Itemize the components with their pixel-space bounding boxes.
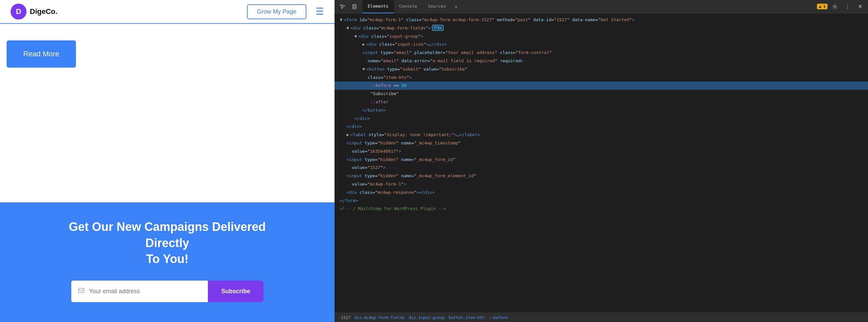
code-panel[interactable]: ▼ <form id="mc4wp-form-1" class="mc4wp-f… bbox=[335, 13, 868, 313]
devtools-toolbar: Elements Console Sources » ▲ 1 ⋮ ✕ bbox=[335, 0, 868, 13]
more-options-icon[interactable]: ⋮ bbox=[842, 1, 853, 12]
email-input[interactable] bbox=[89, 288, 202, 295]
code-line: <div class="mc4wp-response"></div> bbox=[335, 189, 868, 197]
subscribe-form: Subscribe bbox=[71, 281, 264, 302]
code-line: </div> bbox=[335, 123, 868, 131]
svg-rect-0 bbox=[78, 288, 84, 292]
site-header: D DigeCo. Grow My Page ☰ bbox=[0, 0, 335, 24]
warning-badge: ▲ 1 bbox=[817, 4, 828, 9]
email-icon bbox=[78, 287, 85, 295]
devtools-panel: Elements Console Sources » ▲ 1 ⋮ ✕ ▼ <fo… bbox=[335, 0, 868, 322]
code-line: </button> bbox=[335, 106, 868, 115]
code-line: </form> bbox=[335, 197, 868, 205]
collapse-triangle[interactable]: ▶ bbox=[362, 41, 365, 48]
code-line: ▶ <div class="input-icon"> … </div> bbox=[335, 40, 868, 49]
code-line: ▼ <div class="input-group"> bbox=[335, 32, 868, 41]
header-right: Grow My Page ☰ bbox=[247, 4, 324, 19]
collapse-triangle[interactable]: ▼ bbox=[362, 66, 365, 73]
white-section: Read More bbox=[0, 24, 335, 202]
code-line: <input type="hidden" name="_mc4wp_timest… bbox=[335, 139, 868, 148]
devtools-tabs: Elements Console Sources » bbox=[362, 0, 461, 13]
svg-point-2 bbox=[834, 6, 836, 7]
collapse-triangle[interactable]: ▼ bbox=[354, 33, 357, 40]
logo-name: DigeCo. bbox=[30, 7, 57, 16]
collapse-triangle[interactable]: ▼ bbox=[346, 25, 349, 32]
settings-icon[interactable] bbox=[830, 1, 840, 12]
logo-area: D DigeCo. bbox=[10, 4, 57, 20]
code-line: ▼ <button type="submit" value="Subscribe… bbox=[335, 65, 868, 73]
code-line: <input type="hidden" name="_mc4wp_form_i… bbox=[335, 156, 868, 164]
inspect-element-icon[interactable] bbox=[337, 1, 348, 12]
website-preview: D DigeCo. Grow My Page ☰ Read More Get O… bbox=[0, 0, 335, 322]
site-main: Read More Get Our New Campaigns Delivere… bbox=[0, 24, 335, 322]
tab-elements[interactable]: Elements bbox=[362, 0, 394, 13]
blue-section: Get Our New Campaigns Delivered Directly… bbox=[0, 202, 335, 322]
code-line: value="mc4wp-form-1"> bbox=[335, 180, 868, 189]
breadcrumb-button-item-btn[interactable]: button.item-btn bbox=[448, 315, 485, 320]
code-line: </div> bbox=[335, 115, 868, 123]
devtools-statusbar: -1527 div.mc4wp-form-fields div.input-gr… bbox=[335, 313, 868, 322]
code-line: <!-- / Mailchimp for WordPress Plugin --… bbox=[335, 205, 868, 213]
collapse-triangle[interactable]: ▼ bbox=[340, 17, 342, 24]
code-line: ▼ <div class="mc4wp-form-fields"> flex bbox=[335, 24, 868, 32]
email-input-wrap bbox=[71, 281, 208, 302]
tab-console[interactable]: Console bbox=[394, 0, 423, 13]
breadcrumb-input-group[interactable]: div.input-group bbox=[409, 315, 444, 320]
breadcrumb-before-pseudo[interactable]: ::before bbox=[489, 315, 508, 320]
grow-my-page-button[interactable]: Grow My Page bbox=[247, 4, 306, 19]
read-more-button[interactable]: Read More bbox=[7, 40, 76, 68]
code-line: name="email" data-error="e-mail field is… bbox=[335, 57, 868, 65]
tab-sources[interactable]: Sources bbox=[423, 0, 451, 13]
devtools-right-icons: ▲ 1 ⋮ ✕ bbox=[817, 1, 865, 12]
hamburger-icon[interactable]: ☰ bbox=[316, 7, 324, 16]
code-line: value="1527"> bbox=[335, 164, 868, 172]
blue-section-title: Get Our New Campaigns Delivered Directly… bbox=[48, 219, 287, 267]
code-line: class="item-btn"> bbox=[335, 73, 868, 82]
svg-rect-1 bbox=[353, 4, 356, 9]
code-line-highlighted[interactable]: ::before == $0 bbox=[335, 82, 868, 90]
logo-icon: D bbox=[10, 4, 27, 20]
close-devtools-icon[interactable]: ✕ bbox=[855, 1, 865, 12]
collapse-triangle[interactable]: ▶ bbox=[346, 131, 349, 138]
code-line: ::after bbox=[335, 98, 868, 106]
code-line: "Subscribe" bbox=[335, 90, 868, 98]
code-line: <input type="hidden" name="_mc4wp_form_e… bbox=[335, 172, 868, 180]
status-number: -1527 bbox=[339, 315, 350, 320]
code-line: value="1635448917"> bbox=[335, 148, 868, 156]
subscribe-button[interactable]: Subscribe bbox=[208, 281, 263, 302]
more-tabs-button[interactable]: » bbox=[451, 0, 461, 13]
code-line: ▶ <label style="display: none !important… bbox=[335, 131, 868, 139]
breadcrumb-form-fields[interactable]: div.mc4wp-form-fields bbox=[354, 315, 405, 320]
device-toolbar-icon[interactable] bbox=[349, 1, 360, 12]
code-line: ▼ <form id="mc4wp-form-1" class="mc4wp-f… bbox=[335, 16, 868, 24]
code-line: <input type="email" placeholder="Your em… bbox=[335, 49, 868, 57]
